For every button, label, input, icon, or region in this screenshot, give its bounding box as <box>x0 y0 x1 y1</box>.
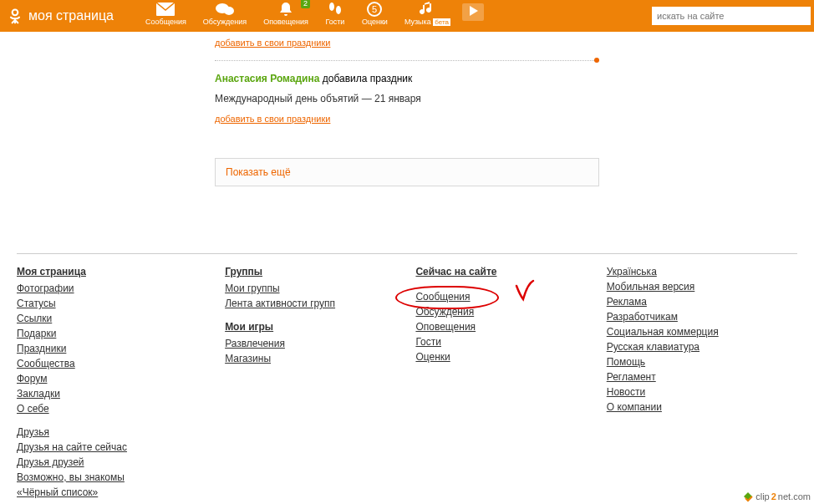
footer-link[interactable]: Ссылки <box>17 313 208 324</box>
nav-label: Сообщения <box>145 18 186 26</box>
music-label: Музыка <box>404 18 431 26</box>
show-more-box: Показать ещё <box>215 158 599 186</box>
footer-title[interactable]: Мои игры <box>225 321 399 333</box>
logo-area[interactable]: моя страница <box>0 8 120 24</box>
svg-point-5 <box>336 6 341 14</box>
footer-col-2: Группы Мои группы Лента активности групп… <box>225 266 415 501</box>
footer-col-1: Моя страница Фотографии Статусы Ссылки П… <box>17 266 225 501</box>
nav-label: Оценки <box>362 18 388 26</box>
feed-item: Анастасия Ромадина добавила праздник Меж… <box>215 73 599 125</box>
footer-link[interactable]: Реклама <box>607 296 781 308</box>
svg-point-0 <box>13 10 18 16</box>
footer-link[interactable]: Друзья друзей <box>17 456 208 468</box>
footer-link[interactable]: «Чёрный список» <box>17 486 208 498</box>
footer: Моя страница Фотографии Статусы Ссылки П… <box>17 253 797 504</box>
music-icon <box>417 2 437 17</box>
add-holiday-link[interactable]: добавить в свои праздники <box>215 38 330 48</box>
nav-messages[interactable]: Сообщения <box>137 0 195 32</box>
nav-items: Сообщения Обсуждения 2 Оповещения Гости … <box>137 0 484 32</box>
nav-badge: 2 <box>301 0 310 8</box>
footer-col-4: Українська Мобильная версия Реклама Разр… <box>607 266 797 501</box>
footer-link[interactable]: Праздники <box>17 343 208 354</box>
play-button[interactable] <box>462 3 484 21</box>
show-more-link[interactable]: Показать ещё <box>226 166 291 178</box>
wm-post: net.com <box>778 491 811 501</box>
nav-discussions[interactable]: Обсуждения <box>195 0 255 32</box>
bell-icon <box>276 2 296 17</box>
footer-link[interactable]: Оценки <box>415 351 589 363</box>
footer-link[interactable]: Новости <box>607 386 781 398</box>
nav-notifications[interactable]: 2 Оповещения <box>255 0 317 32</box>
beta-badge: бета <box>433 18 450 26</box>
nav-guests[interactable]: Гости <box>317 0 354 32</box>
wm-mid: 2 <box>771 491 776 501</box>
watermark: clip2net.com <box>742 491 811 502</box>
search-input[interactable] <box>657 11 806 21</box>
feed-description: Международный день объятий — 21 января <box>215 93 599 104</box>
nav-label: Обсуждения <box>203 18 247 26</box>
footer-link-messages[interactable]: Сообщения <box>415 291 589 303</box>
nav-label: Музыка бета <box>404 18 450 26</box>
highlighted-link-wrapper: Сообщения <box>415 291 589 303</box>
play-icon <box>467 5 479 17</box>
nav-ratings[interactable]: 5 Оценки <box>354 0 396 32</box>
footer-link[interactable]: Помощь <box>607 356 781 368</box>
footer-link[interactable]: Регламент <box>607 371 781 383</box>
separator <box>215 60 599 61</box>
footer-title[interactable]: Сейчас на сайте <box>415 266 589 277</box>
footer-link[interactable]: Форум <box>17 373 208 384</box>
svg-text:5: 5 <box>372 4 377 14</box>
footer-link[interactable]: Закладки <box>17 388 208 400</box>
content: добавить в свои праздники Анастасия Рома… <box>198 32 616 203</box>
feed-user-name[interactable]: Анастасия Ромадина <box>215 73 319 84</box>
footer-link[interactable]: Українська <box>607 266 781 277</box>
envelope-icon <box>155 2 176 17</box>
footer-link[interactable]: Оповещения <box>415 321 589 333</box>
footer-link[interactable]: Гости <box>415 336 589 348</box>
footer-title[interactable]: Моя страница <box>17 266 208 277</box>
footer-link[interactable]: Статусы <box>17 298 208 309</box>
rating-icon: 5 <box>364 2 384 17</box>
footer-link[interactable]: Возможно, вы знакомы <box>17 471 208 483</box>
nav-label: Гости <box>325 18 344 26</box>
footer-link[interactable]: Мои группы <box>225 283 399 294</box>
footer-link[interactable]: Обсуждения <box>415 306 589 318</box>
footer-link[interactable]: Социальная коммерция <box>607 326 781 338</box>
header: моя страница Сообщения Обсуждения 2 Опов… <box>0 0 814 32</box>
add-holiday-link[interactable]: добавить в свои праздники <box>215 114 330 124</box>
footer-link[interactable]: Мобильная версия <box>607 281 781 293</box>
footsteps-icon <box>325 2 345 17</box>
footer-link[interactable]: Разработчикам <box>607 311 781 323</box>
footer-link[interactable]: Магазины <box>225 353 399 364</box>
footer-title[interactable]: Группы <box>225 266 399 277</box>
wm-pre: clip <box>755 491 770 501</box>
footer-link[interactable]: О компании <box>607 401 781 413</box>
footer-link[interactable]: Друзья на сайте сейчас <box>17 441 208 453</box>
feed-action: добавила праздник <box>319 73 412 84</box>
chat-icon <box>215 2 235 17</box>
footer-link[interactable]: Друзья <box>17 426 208 438</box>
footer-link[interactable]: Подарки <box>17 328 208 339</box>
search-box[interactable] <box>652 7 811 25</box>
footer-link[interactable]: Сообщества <box>17 358 208 369</box>
page-title: моя страница <box>28 8 114 23</box>
footer-col-3: Сейчас на сайте Сообщения Обсуждения Опо… <box>415 266 606 501</box>
footer-link[interactable]: Фотографии <box>17 283 208 294</box>
footer-link[interactable]: Русская клавиатура <box>607 341 781 353</box>
separator-dot <box>594 58 599 63</box>
footer-link[interactable]: О себе <box>17 403 208 415</box>
footer-link[interactable]: Лента активности групп <box>225 298 399 309</box>
footer-link[interactable]: Развлечения <box>225 338 399 349</box>
svg-point-4 <box>329 3 334 11</box>
svg-point-3 <box>224 7 234 15</box>
nav-music[interactable]: Музыка бета <box>396 0 459 32</box>
nav-label: Оповещения <box>263 18 308 26</box>
ok-logo-icon <box>7 8 23 24</box>
clip-icon <box>742 491 754 502</box>
